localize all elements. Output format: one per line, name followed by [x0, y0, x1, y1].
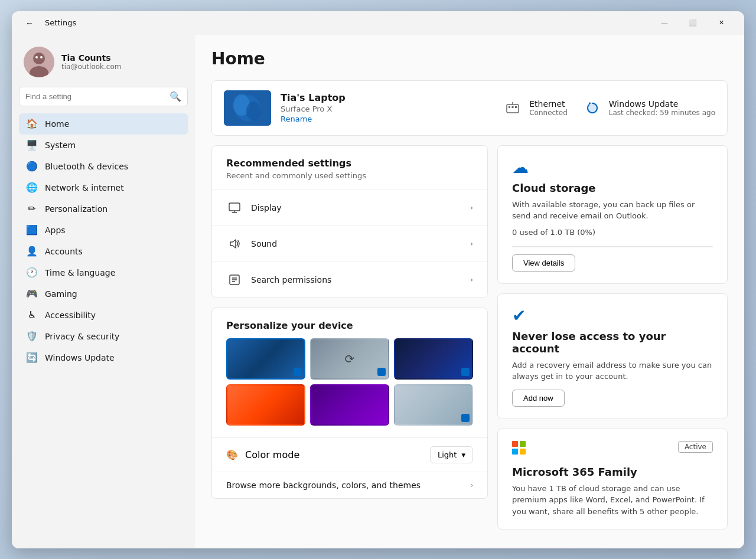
recommended-title: Recommended settings	[226, 158, 473, 169]
selected-indicator	[294, 368, 302, 376]
svg-marker-18	[230, 240, 236, 248]
windows-update-text: Windows Update Last checked: 59 minutes …	[609, 99, 715, 117]
windows-update-icon: 🔄	[26, 352, 38, 364]
chevron-icon: ›	[470, 240, 473, 248]
account-recovery-title: Never lose access to your account	[512, 330, 713, 355]
recommended-settings-card: Recommended settings Recent and commonly…	[211, 145, 488, 298]
windows-update-value: Last checked: 59 minutes ago	[609, 109, 715, 117]
color-mode-dropdown[interactable]: Light ▾	[430, 446, 473, 463]
shield-check-icon: ✔️	[512, 306, 713, 325]
sidebar-item-time[interactable]: 🕐 Time & language	[19, 262, 188, 283]
wallpaper-1[interactable]	[226, 338, 305, 380]
chevron-icon: ›	[470, 276, 473, 284]
svg-point-3	[35, 56, 38, 58]
account-recovery-desc: Add a recovery email address to make sur…	[512, 359, 713, 383]
cloud-storage-desc: With available storage, you can back up …	[512, 199, 713, 222]
title-bar: ← Settings — ⬜ ✕	[12, 11, 744, 35]
windows-update-status-icon	[582, 97, 603, 119]
svg-point-8	[246, 102, 260, 120]
wallpaper-2[interactable]: ⟳	[310, 338, 389, 380]
sidebar-item-privacy[interactable]: 🛡️ Privacy & security	[19, 326, 188, 347]
wallpaper-grid: ⟳	[212, 338, 487, 437]
wallpaper-indicator	[377, 368, 386, 376]
wallpaper-indicator	[461, 414, 470, 422]
svg-rect-9	[507, 104, 519, 113]
display-setting-item[interactable]: Display ›	[212, 190, 487, 226]
sound-setting-item[interactable]: Sound ›	[212, 226, 487, 262]
sidebar-item-accounts[interactable]: 👤 Accounts	[19, 241, 188, 262]
sidebar-item-label: Bluetooth & devices	[45, 162, 128, 171]
ms365-header: Active	[512, 441, 713, 461]
cloud-storage-card: ☁️ Cloud storage With available storage,…	[497, 145, 728, 284]
windows-update-label: Windows Update	[609, 99, 715, 109]
user-name: Tia Counts	[61, 53, 121, 63]
home-icon: 🏠	[26, 118, 38, 130]
wallpaper-6[interactable]	[394, 384, 473, 426]
ethernet-value: Connected	[529, 109, 568, 117]
minimize-button[interactable]: —	[651, 14, 678, 32]
sound-setting-left: Sound	[226, 236, 277, 252]
page-title: Home	[211, 49, 728, 68]
window-title: Settings	[45, 18, 76, 27]
back-button[interactable]: ←	[21, 15, 38, 31]
ethernet-icon	[502, 97, 523, 119]
sidebar-item-label: Gaming	[45, 289, 77, 299]
accessibility-icon: ♿	[26, 309, 38, 321]
sidebar-item-label: Privacy & security	[45, 332, 119, 341]
color-mode-row: 🎨 Color mode Light ▾	[212, 437, 487, 472]
sidebar-item-network[interactable]: 🌐 Network & internet	[19, 177, 188, 198]
content-area: Tia Counts tia@outlook.com 🔍 🏠 Home 🖥️ S…	[12, 35, 744, 548]
sidebar-item-home[interactable]: 🏠 Home	[19, 113, 188, 135]
ethernet-label: Ethernet	[529, 99, 568, 109]
view-details-button[interactable]: View details	[512, 254, 575, 272]
close-button[interactable]: ✕	[708, 14, 735, 32]
add-now-button[interactable]: Add now	[512, 390, 565, 407]
rename-link[interactable]: Rename	[281, 115, 493, 123]
user-profile: Tia Counts tia@outlook.com	[19, 40, 188, 87]
bluetooth-icon: 🔵	[26, 161, 38, 172]
svg-rect-12	[515, 106, 517, 108]
display-icon	[226, 200, 243, 216]
device-name: Tia's Laptop	[281, 92, 493, 103]
sidebar-item-bluetooth[interactable]: 🔵 Bluetooth & devices	[19, 156, 188, 177]
wallpaper-5[interactable]	[310, 384, 389, 426]
main-content: Home Tia's Laptop Surface Pro X Rename	[195, 35, 744, 548]
sound-label: Sound	[251, 239, 277, 249]
personalize-card: Personalize your device ⟳	[211, 308, 488, 499]
user-email: tia@outlook.com	[61, 63, 121, 71]
personalization-icon: ✏️	[26, 203, 38, 215]
browse-themes-row[interactable]: Browse more backgrounds, colors, and the…	[212, 472, 487, 498]
search-box[interactable]: 🔍	[19, 87, 188, 106]
sidebar-item-update[interactable]: 🔄 Windows Update	[19, 347, 188, 368]
color-mode-label: Color mode	[245, 449, 299, 460]
wallpaper-4[interactable]	[226, 384, 305, 426]
search-permissions-left: Search permissions	[226, 272, 331, 288]
personalize-title: Personalize your device	[212, 308, 487, 338]
sidebar-item-label: Personalization	[45, 204, 107, 214]
wallpaper-3[interactable]	[394, 338, 473, 380]
avatar	[24, 47, 54, 77]
sidebar-item-accessibility[interactable]: ♿ Accessibility	[19, 305, 188, 326]
time-icon: 🕐	[26, 267, 38, 279]
accounts-icon: 👤	[26, 246, 38, 257]
settings-window: ← Settings — ⬜ ✕	[12, 11, 744, 548]
sidebar: Tia Counts tia@outlook.com 🔍 🏠 Home 🖥️ S…	[12, 35, 195, 548]
sidebar-item-personalization[interactable]: ✏️ Personalization	[19, 198, 188, 220]
two-col-layout: Recommended settings Recent and commonly…	[211, 145, 728, 530]
ethernet-status: Ethernet Connected	[502, 97, 568, 119]
maximize-button[interactable]: ⬜	[679, 14, 706, 32]
search-input[interactable]	[25, 92, 165, 101]
device-model: Surface Pro X	[281, 104, 493, 113]
sidebar-item-system[interactable]: 🖥️ System	[19, 135, 188, 156]
display-setting-left: Display	[226, 200, 282, 216]
device-thumbnail	[224, 90, 271, 126]
color-mode-value: Light	[438, 450, 457, 459]
sidebar-item-gaming[interactable]: 🎮 Gaming	[19, 283, 188, 305]
sidebar-item-label: Windows Update	[45, 353, 115, 362]
search-permissions-item[interactable]: Search permissions ›	[212, 262, 487, 298]
active-badge: Active	[678, 441, 713, 453]
sidebar-item-apps[interactable]: 🟦 Apps	[19, 220, 188, 241]
search-icon: 🔍	[170, 91, 181, 102]
device-info: Tia's Laptop Surface Pro X Rename	[281, 92, 493, 123]
dropdown-chevron-icon: ▾	[461, 450, 465, 459]
